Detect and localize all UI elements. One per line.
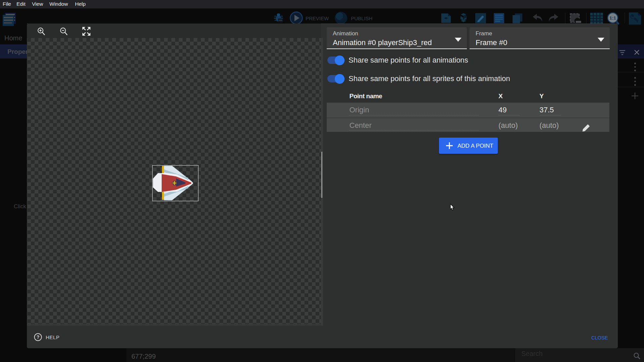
svg-text:1:1: 1:1 xyxy=(609,15,616,21)
svg-text:?: ? xyxy=(37,334,40,340)
